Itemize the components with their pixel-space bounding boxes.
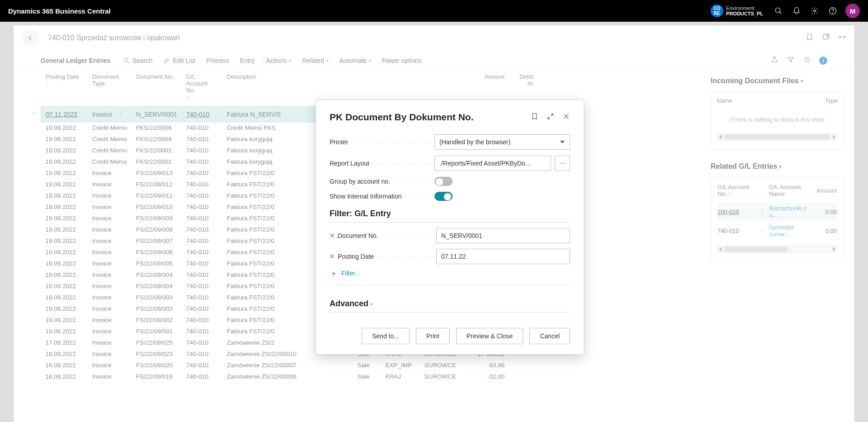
svg-point-4 [833,13,833,13]
group-by-account-toggle[interactable] [434,177,453,186]
bookmark-icon[interactable] [523,113,538,122]
svg-point-2 [814,10,816,12]
global-header: Dynamics 365 Business Central CORE Envir… [0,0,868,22]
send-to-button[interactable]: Send to... [362,328,410,344]
settings-icon[interactable] [806,0,824,22]
report-request-dialog: PK Document By Dokument No. Printer (Han… [316,100,584,355]
internal-label: Show Internal Information [330,193,434,200]
filter-posting-date[interactable] [436,249,570,264]
preview-close-button[interactable]: Preview & Close [456,328,524,344]
close-icon[interactable] [554,113,570,122]
svg-point-0 [775,8,780,13]
search-icon[interactable] [769,0,788,22]
add-filter-button[interactable]: ＋Filter... [330,270,570,277]
remove-filter-docno[interactable]: ✕ [330,232,335,239]
show-internal-toggle[interactable] [434,192,453,201]
user-avatar[interactable]: M [845,4,860,18]
expand-icon[interactable] [538,113,554,122]
remove-filter-posting[interactable]: ✕ [330,253,335,260]
environment-badge-icon: CORE [711,5,723,17]
printer-label: Printer [330,138,434,146]
advanced-section[interactable]: Advanced› [330,299,570,313]
layout-field[interactable]: ./Reports/Fixed Asset/PKByDocumentNo/... [434,156,551,171]
layout-label: Report Layout [330,160,434,167]
help-icon[interactable] [824,0,842,22]
print-button[interactable]: Print [416,328,450,344]
svg-line-1 [779,12,782,14]
printer-select[interactable]: (Handled by the browser) [434,134,570,150]
dialog-title: PK Document By Dokument No. [330,112,523,123]
cancel-button[interactable]: Cancel [529,328,570,344]
group-label: Group by account no. [330,178,434,185]
notifications-icon[interactable] [788,0,806,22]
environment-text: Environment: PRODUCTS_PL [726,5,763,16]
layout-lookup-button[interactable]: ⋯ [555,156,570,171]
filter-section-title: Filter: G/L Entry [330,209,570,223]
filter-document-no[interactable] [436,228,570,243]
product-name: Dynamics 365 Business Central [8,7,711,15]
